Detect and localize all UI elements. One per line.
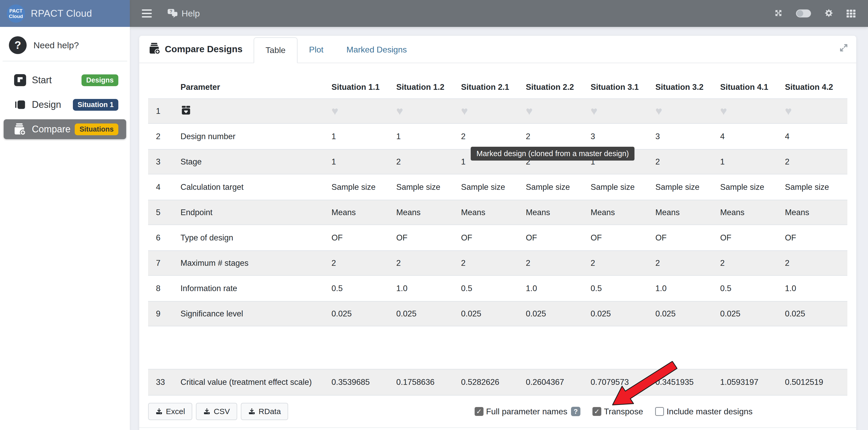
expand-arrows-icon[interactable] (774, 9, 783, 19)
value-cell: 0.5012519 (782, 377, 846, 387)
export-button-rdata[interactable]: RData (241, 403, 288, 420)
value-cell: Sample size (523, 183, 587, 192)
value-cell: ♥ (458, 105, 523, 117)
value-cell: Means (652, 208, 717, 217)
status-badge-situation1: Situation 1 (73, 99, 118, 111)
value-cell: 0.025 (587, 309, 652, 319)
help-badge-icon[interactable]: ? (571, 407, 581, 416)
value-cell: 2 (782, 259, 846, 268)
heart-icon[interactable]: ♥ (655, 105, 662, 117)
value-cell: 2 (458, 132, 523, 141)
value-cell: ♥ (328, 105, 393, 117)
theme-toggle[interactable] (796, 9, 811, 18)
checkbox-label: Transpose (604, 407, 643, 417)
value-cell: 0.5 (458, 284, 523, 293)
row-number: 2 (148, 132, 177, 141)
tab-plot[interactable]: Plot (298, 37, 335, 63)
value-cell: 1.0 (782, 284, 846, 293)
value-cell: 4 (717, 132, 782, 141)
row-number: 33 (148, 377, 177, 387)
sidebar-item-design[interactable]: Design Situation 1 (4, 95, 126, 114)
checkbox-unchecked[interactable] (655, 407, 664, 416)
card-header: Compare Designs Table Plot Marked Design… (139, 36, 856, 63)
table-row: 7Maximum # stages22222222 (148, 251, 847, 276)
value-cell: ♥ (523, 105, 587, 117)
heart-icon[interactable]: ♥ (591, 105, 597, 117)
logo-line2: Cloud (9, 13, 23, 19)
table-body: 1♥♥♥♥♥♥♥♥2Design number112233443Stage121… (148, 98, 847, 396)
parameter-cell: Type of design (177, 233, 328, 242)
help-link[interactable]: ? Help (167, 8, 200, 19)
value-cell: 0.025 (717, 309, 782, 319)
value-cell: 0.5 (587, 284, 652, 293)
rpact-logo[interactable]: PACT Cloud (7, 4, 25, 23)
value-cell: 2 (328, 259, 393, 268)
value-cell: 1.0 (393, 284, 458, 293)
value-cell: 3 (652, 132, 717, 141)
heart-icon[interactable]: ♥ (461, 105, 468, 117)
need-help-link[interactable]: ? Need help? (0, 36, 130, 54)
checkbox-checked[interactable]: ✓ (592, 407, 601, 416)
row-number: 9 (148, 309, 177, 319)
value-cell: Means (782, 208, 846, 217)
value-cell: ♥ (782, 105, 846, 117)
parameter-cell: Calculation target (177, 183, 328, 192)
sidebar-item-start[interactable]: Start Designs (4, 70, 126, 90)
checkbox-include-master-designs[interactable]: Include master designs (655, 407, 752, 417)
value-cell: 2 (717, 259, 782, 268)
hamburger-menu-icon[interactable] (142, 9, 152, 18)
value-cell: Sample size (652, 183, 717, 192)
column-header: Situation 1.1 (328, 82, 393, 92)
topbar: ? Help (130, 0, 868, 27)
value-cell: 2 (652, 157, 717, 167)
checkbox-full-parameter-names[interactable]: ✓Full parameter names? (475, 407, 581, 417)
value-cell: ♥ (717, 105, 782, 117)
parameter-cell: Endpoint (177, 208, 328, 217)
parameter-cell (177, 105, 328, 118)
sidebar: PACT Cloud RPACT Cloud ? Need help? Star… (0, 0, 130, 430)
value-cell: 2 (523, 259, 587, 268)
compare-icon (14, 123, 26, 135)
table-row: 5EndpointMeansMeansMeansMeansMeansMeansM… (148, 200, 847, 225)
section-divider (139, 427, 856, 428)
parameter-cell: Design number (177, 132, 328, 141)
heart-icon[interactable]: ♥ (785, 105, 792, 117)
column-header: Situation 3.2 (652, 82, 717, 92)
value-cell: OF (458, 233, 523, 242)
heart-icon[interactable]: ♥ (526, 105, 533, 117)
sidebar-item-compare[interactable]: Compare Situations (4, 119, 126, 139)
row-number: 4 (148, 183, 177, 192)
value-cell: 0.025 (458, 309, 523, 319)
sidebar-item-label: Start (32, 75, 52, 86)
column-header: Situation 2.2 (523, 82, 587, 92)
value-cell: 0.3539685 (328, 377, 393, 387)
value-cell: Means (393, 208, 458, 217)
hidden-rows-gap (148, 326, 847, 369)
heart-icon[interactable]: ♥ (332, 105, 338, 117)
value-cell: 2 (393, 259, 458, 268)
checkbox-transpose[interactable]: ✓Transpose (592, 407, 643, 417)
value-cell: 0.5 (328, 284, 393, 293)
checkbox-checked[interactable]: ✓ (475, 407, 484, 416)
heart-icon[interactable]: ♥ (396, 105, 403, 117)
export-button-excel[interactable]: Excel (148, 403, 192, 420)
heart-icon[interactable]: ♥ (720, 105, 727, 117)
question-circle-icon: ? (9, 36, 27, 54)
value-cell: 1 (393, 132, 458, 141)
value-cell: OF (782, 233, 846, 242)
grid-icon[interactable] (846, 10, 856, 18)
column-header: Situation 2.1 (458, 82, 523, 92)
gear-icon[interactable] (824, 8, 834, 19)
value-cell: 2 (652, 259, 717, 268)
toggle-knob (797, 10, 803, 17)
tab-table[interactable]: Table (254, 37, 298, 63)
expand-diagonal-icon[interactable] (839, 43, 848, 54)
parameter-cell: Significance level (177, 309, 328, 319)
compare-table: ParameterSituation 1.1Situation 1.2Situa… (139, 63, 856, 396)
value-cell: 2 (523, 132, 587, 141)
table-row: 2Design number11223344 (148, 124, 847, 149)
export-button-csv[interactable]: CSV (196, 403, 237, 420)
tab-marked-designs[interactable]: Marked Designs (335, 37, 418, 63)
value-cell: Sample size (458, 183, 523, 192)
value-cell: OF (587, 233, 652, 242)
